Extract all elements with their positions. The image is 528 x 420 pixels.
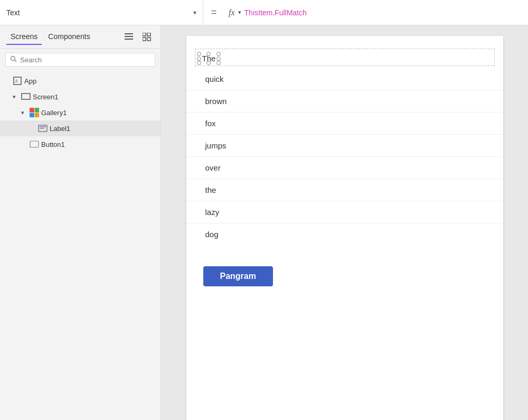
list-item: the xyxy=(186,179,503,201)
handle-bc[interactable] xyxy=(206,61,211,65)
tabs: Screens Components xyxy=(0,25,161,49)
list-item: brown xyxy=(186,90,503,113)
pangram-button[interactable]: Pangram xyxy=(203,266,273,286)
list-item: over xyxy=(186,157,503,179)
tab-screens[interactable]: Screens xyxy=(6,29,42,45)
fx-icon: fx xyxy=(229,8,235,17)
list-item: jumps xyxy=(186,135,503,157)
list-view-icon[interactable] xyxy=(121,30,136,44)
equals-sign: = xyxy=(203,7,224,18)
canvas-frame: The quick brown fox jumps over xyxy=(186,36,503,420)
svg-rect-5 xyxy=(143,38,146,41)
tab-icons xyxy=(121,30,154,44)
tree-item-gallery1[interactable]: ▾ Gallery1 xyxy=(0,105,161,120)
tree-label-screen1: Screen1 xyxy=(33,93,58,101)
svg-rect-6 xyxy=(147,38,150,41)
app-icon: A xyxy=(13,76,22,86)
handle-bl[interactable] xyxy=(197,61,201,65)
top-bar: Text ▾ = fx ▾ ThisItem.FullMatch xyxy=(0,0,528,25)
button-container: Pangram xyxy=(186,245,503,307)
search-bar xyxy=(5,53,155,67)
tree-item-button1[interactable]: Button1 xyxy=(0,136,161,152)
tree-label-gallery1: Gallery1 xyxy=(41,109,67,117)
expand-arrow-screen1: ▾ xyxy=(13,94,19,100)
grid-view-icon[interactable] xyxy=(139,30,154,44)
search-input[interactable] xyxy=(20,56,150,64)
tree-label-label1: Label1 xyxy=(50,125,70,133)
svg-text:A: A xyxy=(15,79,18,83)
tab-components[interactable]: Components xyxy=(44,29,94,45)
button-icon xyxy=(30,139,39,149)
dropdown-arrow-icon: ▾ xyxy=(193,9,196,16)
handle-tl[interactable] xyxy=(197,52,201,56)
handle-br[interactable] xyxy=(216,61,221,65)
gallery-words-container: quick brown fox jumps over the lazy dog xyxy=(186,68,503,245)
canvas-area: The quick brown fox jumps over xyxy=(161,25,528,420)
gallery-icon xyxy=(30,108,39,117)
svg-rect-15 xyxy=(30,141,39,147)
tree-item-label1[interactable]: Label1 xyxy=(0,120,161,136)
fx-chevron-icon: ▾ xyxy=(238,9,241,16)
svg-rect-3 xyxy=(143,33,146,36)
svg-point-7 xyxy=(11,57,15,61)
tree: A App ▾ Screen1 ▾ Gallery xyxy=(0,71,161,420)
formula-text: ThisItem.FullMatch xyxy=(244,8,307,17)
svg-rect-0 xyxy=(125,33,133,34)
handle-ml[interactable] xyxy=(197,57,201,61)
list-item: fox xyxy=(186,113,503,135)
label-icon xyxy=(38,124,48,133)
svg-rect-2 xyxy=(125,39,133,40)
property-dropdown[interactable]: Text ▾ xyxy=(0,0,203,25)
svg-line-8 xyxy=(15,60,17,62)
list-item: dog xyxy=(186,223,503,245)
formula-bar: fx ▾ ThisItem.FullMatch xyxy=(224,0,528,25)
handle-tr[interactable] xyxy=(216,52,221,56)
tree-item-app[interactable]: A App xyxy=(0,73,161,89)
tree-item-screen1[interactable]: ▾ Screen1 xyxy=(0,89,161,105)
svg-rect-4 xyxy=(147,33,150,36)
main: Screens Components A xyxy=(0,25,528,420)
expand-arrow-gallery1: ▾ xyxy=(21,109,27,116)
tree-label-button1: Button1 xyxy=(41,141,65,148)
svg-rect-11 xyxy=(22,94,30,99)
property-dropdown-text: Text xyxy=(6,8,193,17)
screen-icon xyxy=(21,92,31,101)
gallery-item-selected: The xyxy=(186,46,503,68)
tree-label-app: App xyxy=(24,77,36,85)
list-item: quick xyxy=(186,68,503,90)
svg-rect-1 xyxy=(125,36,133,37)
list-item: lazy xyxy=(186,201,503,223)
selected-label-container: The xyxy=(199,54,219,63)
search-icon xyxy=(10,55,17,64)
left-panel: Screens Components A xyxy=(0,25,161,420)
handle-mr[interactable] xyxy=(216,57,221,61)
